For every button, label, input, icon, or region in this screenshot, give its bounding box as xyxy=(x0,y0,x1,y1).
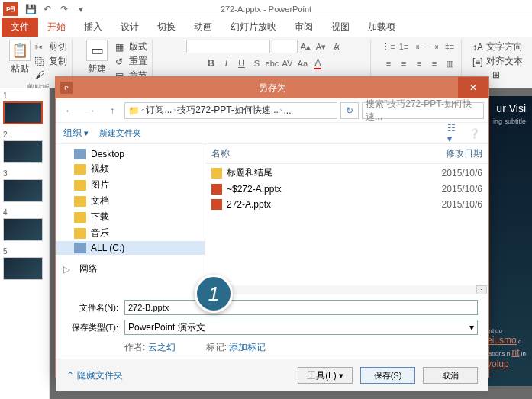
thumbnail-3[interactable]: 3 xyxy=(3,169,46,202)
slide-subtitle-text: ing subtitle xyxy=(492,117,526,125)
pptx-icon xyxy=(211,199,222,210)
tab-transition[interactable]: 切换 xyxy=(148,18,185,37)
thumbnail-1[interactable]: 1 xyxy=(3,92,46,124)
file-row[interactable]: 272-A.pptx2015/10/6 xyxy=(205,197,488,212)
thumbnail-4[interactable]: 4 xyxy=(3,208,46,241)
view-options-button[interactable]: ☷ ▾ xyxy=(447,127,461,140)
font-color-button[interactable]: A xyxy=(311,56,325,70)
increase-font-button[interactable]: A▴ xyxy=(299,40,313,53)
slide-preview: ur Visi ing subtitle ed do eiusmo o labo… xyxy=(486,96,532,386)
folder-icon xyxy=(74,228,86,239)
organize-button[interactable]: 组织 ▾ xyxy=(63,127,89,140)
paste-button[interactable]: 📋 粘贴 xyxy=(9,40,31,81)
line-spacing-button[interactable]: ‡≡ xyxy=(443,40,456,53)
text-direction-button[interactable]: ↕A文字方向 xyxy=(472,40,523,54)
tab-insert[interactable]: 插入 xyxy=(75,18,111,37)
font-size-input[interactable] xyxy=(272,40,298,53)
tree-drive-c[interactable]: ALL (C:) xyxy=(56,241,205,255)
tree-music[interactable]: 音乐 xyxy=(56,225,205,241)
scroll-track[interactable] xyxy=(218,285,476,294)
slide-thumbnails: 1 2 3 4 5 xyxy=(0,88,50,399)
font-family-input[interactable] xyxy=(186,40,270,53)
align-text-button[interactable]: [≡]对齐文本 xyxy=(472,54,523,69)
breadcrumb[interactable]: 📁 « 订阅... › 技巧272-PPT-如何快速... › ... xyxy=(124,102,337,119)
thumbnail-2[interactable]: 2 xyxy=(3,130,46,163)
thumbnail-image xyxy=(3,101,43,124)
decrease-indent-button[interactable]: ⇤ xyxy=(412,40,426,53)
column-date[interactable]: 修改日期 xyxy=(429,147,482,160)
save-button[interactable]: 保存(S) xyxy=(360,367,415,384)
clear-format-button[interactable]: A̷ xyxy=(330,40,343,53)
undo-icon[interactable]: ↶ xyxy=(41,3,53,15)
tags-label: 标记: xyxy=(206,342,227,352)
scroll-right-button[interactable]: › xyxy=(476,285,487,294)
case-button[interactable]: Aa xyxy=(296,56,310,70)
filetype-select[interactable]: PowerPoint 演示文▾ xyxy=(124,320,478,335)
spacing-button[interactable]: AV xyxy=(281,56,295,70)
filename-input[interactable] xyxy=(124,300,478,315)
tab-view[interactable]: 视图 xyxy=(322,18,359,37)
strike-button[interactable]: S xyxy=(250,56,264,70)
brush-icon: 🖌 xyxy=(35,69,46,80)
help-button[interactable]: ❔ xyxy=(467,127,481,140)
reset-button[interactable]: ↺重置 xyxy=(115,54,147,69)
italic-button[interactable]: I xyxy=(220,56,234,70)
tree-pictures[interactable]: 图片 xyxy=(56,177,205,193)
align-left-button[interactable]: ≡ xyxy=(382,56,395,70)
horizontal-scrollbar[interactable]: ‹ › xyxy=(205,285,488,295)
cancel-button[interactable]: 取消 xyxy=(423,367,478,384)
hide-folders-button[interactable]: ⌃隐藏文件夹 xyxy=(66,369,123,382)
tree-network[interactable]: ▷网络 xyxy=(56,261,205,277)
author-value[interactable]: 云之幻 xyxy=(148,342,176,352)
new-slide-icon: ▭ xyxy=(86,40,108,61)
redo-icon[interactable]: ↷ xyxy=(58,3,70,15)
new-folder-button[interactable]: 新建文件夹 xyxy=(99,127,141,139)
thumbnail-5[interactable]: 5 xyxy=(3,247,46,280)
layout-button[interactable]: ▦版式 xyxy=(115,40,147,54)
cut-button[interactable]: ✂剪切 xyxy=(35,40,67,54)
tab-file[interactable]: 文件 xyxy=(2,18,38,37)
search-input[interactable]: 搜索"技巧272-PPT-如何快速... xyxy=(362,102,484,119)
smartart-button[interactable]: ⊞ xyxy=(492,69,503,81)
justify-button[interactable]: ≡ xyxy=(427,56,441,70)
align-center-button[interactable]: ≡ xyxy=(397,56,411,70)
up-button[interactable]: ↑ xyxy=(103,101,121,120)
breadcrumb-segment[interactable]: 技巧272-PPT-如何快速... xyxy=(177,104,279,117)
save-icon[interactable]: 💾 xyxy=(24,3,37,15)
underline-button[interactable]: U xyxy=(235,56,249,70)
breadcrumb-segment[interactable]: 订阅... xyxy=(146,104,172,117)
tree-downloads[interactable]: 下载 xyxy=(56,209,205,225)
tags-value[interactable]: 添加标记 xyxy=(229,342,266,352)
back-button[interactable]: ← xyxy=(60,101,79,120)
tree-videos[interactable]: 视频 xyxy=(56,161,205,177)
increase-indent-button[interactable]: ⇥ xyxy=(427,40,441,53)
tab-animation[interactable]: 动画 xyxy=(185,18,221,37)
file-row[interactable]: ~$272-A.pptx2015/10/6 xyxy=(205,182,488,197)
tab-design[interactable]: 设计 xyxy=(111,18,148,37)
tab-slideshow[interactable]: 幻灯片放映 xyxy=(221,18,285,37)
bold-button[interactable]: B xyxy=(205,56,218,70)
refresh-button[interactable]: ↻ xyxy=(340,102,359,119)
tree-documents[interactable]: 文档 xyxy=(56,193,205,209)
bullets-button[interactable]: ⋮≡ xyxy=(382,40,395,53)
tools-button[interactable]: 工具(L) ▾ xyxy=(298,367,353,384)
tab-home[interactable]: 开始 xyxy=(38,18,75,37)
column-name[interactable]: 名称 xyxy=(211,147,429,160)
decrease-font-button[interactable]: A▾ xyxy=(314,40,328,53)
tree-desktop[interactable]: Desktop xyxy=(56,147,205,161)
copy-button[interactable]: ⿻复制 xyxy=(35,54,67,69)
shadow-button[interactable]: abc xyxy=(266,56,279,70)
file-row[interactable]: 标题和结尾2015/10/6 xyxy=(205,164,488,182)
breadcrumb-segment[interactable]: ... xyxy=(284,105,292,116)
annotation-callout-1: 1 xyxy=(195,275,233,313)
document-title: 272-A.pptx - PowerPoint xyxy=(221,5,311,14)
qat-dropdown-icon[interactable]: ▾ xyxy=(75,3,87,15)
close-button[interactable]: ✕ xyxy=(458,77,488,98)
tab-review[interactable]: 审阅 xyxy=(285,18,322,37)
numbering-button[interactable]: 1≡ xyxy=(397,40,411,53)
align-right-button[interactable]: ≡ xyxy=(412,56,426,70)
columns-button[interactable]: ▥ xyxy=(443,56,456,70)
tab-addins[interactable]: 加载项 xyxy=(359,18,405,37)
forward-button[interactable]: → xyxy=(82,101,100,120)
pptx-icon xyxy=(211,184,222,195)
